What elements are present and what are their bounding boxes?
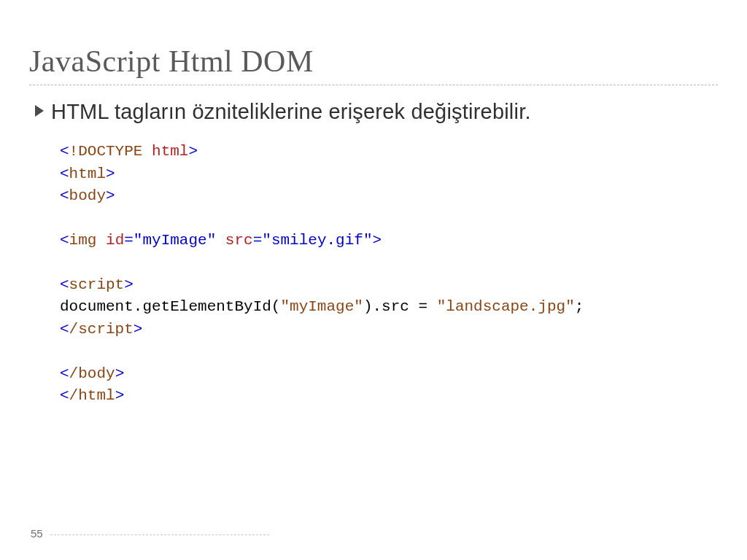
- code-token: id: [96, 232, 124, 249]
- code-token: >: [106, 187, 115, 204]
- code-token: /body: [69, 365, 115, 382]
- slide: JavaScript Html DOM HTML tagların öznite…: [0, 0, 747, 560]
- page-number: 55: [31, 527, 269, 540]
- code-token: >: [373, 232, 382, 249]
- code-token: <: [60, 321, 69, 338]
- code-token: <: [60, 187, 69, 204]
- code-token: body: [69, 187, 106, 204]
- code-token: src: [216, 232, 252, 249]
- code-token: <: [60, 276, 69, 293]
- code-token: <: [60, 365, 69, 382]
- code-token: >: [115, 387, 125, 404]
- code-token: ;: [575, 298, 584, 315]
- code-token: script: [69, 276, 125, 293]
- code-token: >: [188, 143, 198, 160]
- code-block: <!DOCTYPE html> <html> <body> <img id="m…: [60, 141, 718, 407]
- title-divider: [29, 85, 718, 85]
- code-token: >: [133, 321, 143, 338]
- code-token: html: [69, 166, 106, 182]
- code-token: ).src =: [363, 298, 437, 315]
- code-token: img: [69, 232, 97, 249]
- code-token: !DOCTYPE: [69, 143, 143, 160]
- code-token: >: [115, 365, 125, 382]
- bullet-item: HTML tagların özniteliklerine erişerek d…: [35, 98, 718, 125]
- code-token: <: [60, 232, 69, 249]
- code-token: >: [106, 166, 115, 182]
- code-token: "myImage": [280, 298, 363, 315]
- code-token: "landscape.jpg": [437, 298, 575, 315]
- code-token: html: [142, 143, 188, 160]
- code-token: ="myImage": [124, 232, 216, 249]
- code-token: /script: [69, 321, 133, 338]
- code-token: /html: [69, 387, 115, 404]
- bullet-text: HTML tagların özniteliklerine erişerek d…: [51, 98, 531, 125]
- code-token: <: [60, 166, 69, 182]
- triangle-bullet-icon: [35, 105, 44, 117]
- code-token: ="smiley.gif": [253, 232, 373, 249]
- svg-marker-0: [35, 105, 44, 117]
- slide-title: JavaScript Html DOM: [29, 44, 718, 79]
- code-token: >: [124, 276, 133, 293]
- code-token: document.getElementById(: [60, 298, 280, 315]
- code-token: <: [60, 387, 69, 404]
- code-token: <: [60, 143, 69, 160]
